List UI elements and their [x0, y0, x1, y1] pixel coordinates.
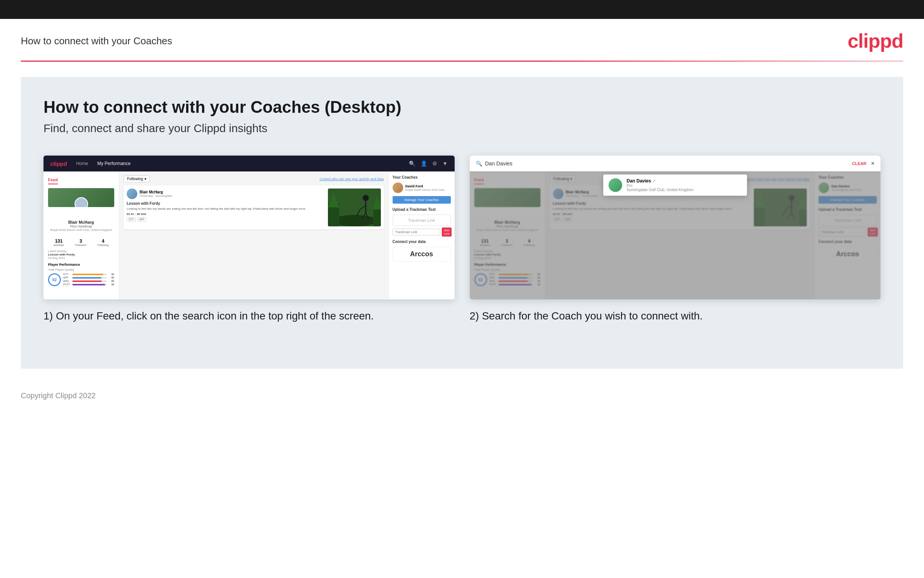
- result-avatar: [608, 178, 622, 192]
- search-bar: 🔍 Dan Davies CLEAR ×: [470, 156, 881, 172]
- total-player-quality-label: Total Player Quality: [48, 268, 114, 271]
- step-1-text: 1) On your Feed, click on the search ico…: [44, 310, 374, 322]
- tag-app: APP: [137, 217, 146, 221]
- connect-title: Connect your data: [393, 240, 451, 244]
- header: How to connect with your Coaches clippd: [0, 19, 924, 60]
- upload-title: Upload a Trackman Test: [393, 208, 451, 212]
- screenshot-right: clippd Home My Performance 🔍 👤 ⚙ ▼: [470, 156, 881, 323]
- manage-coaches-button[interactable]: Manage Your Coaches: [393, 196, 451, 204]
- screenshot-frame-left: clippd Home My Performance 🔍 👤 ⚙ ▼: [44, 156, 455, 299]
- step-2-text: 2) Search for the Coach you wish to conn…: [470, 310, 703, 322]
- bar-ott: OTT 90: [63, 273, 114, 276]
- player-performance: Player Performance Total Player Quality …: [48, 263, 114, 287]
- search-icon-overlay: 🔍: [476, 161, 482, 167]
- lesson-image: [328, 188, 381, 226]
- result-info: Dan Davies ✓ Pro Sunningdale Golf Club, …: [627, 178, 742, 192]
- lesson-sub: Yesterday · Sunningdale: [139, 194, 172, 198]
- latest-activity: Latest Activity Lesson with Fordy 03 Aug…: [48, 250, 114, 260]
- main-title: How to connect with your Coaches (Deskto…: [44, 97, 880, 117]
- profile-name: Blair McHarg: [50, 220, 112, 224]
- nav-logo: clippd: [50, 161, 67, 167]
- search-typed-text: Dan Davies: [485, 161, 513, 167]
- main-subtitle: Find, connect and share your Clippd insi…: [44, 122, 880, 135]
- search-input-field: 🔍 Dan Davies: [476, 161, 848, 167]
- lesson-image-svg: [328, 188, 381, 226]
- footer: Copyright Clippd 2022: [0, 384, 924, 411]
- app-mockup-left: clippd Home My Performance 🔍 👤 ⚙ ▼: [44, 156, 455, 299]
- app-right-panel: Your Coaches David Ford Royal North Devo…: [388, 172, 455, 299]
- coach-avatar: [393, 182, 403, 193]
- lesson-tags: OTT APP: [127, 217, 325, 221]
- stat-following: 4 Following: [97, 239, 109, 247]
- copyright-text: Copyright Clippd 2022: [21, 391, 96, 400]
- chevron-down-icon: ▾: [144, 177, 146, 181]
- tpq-score: 92: [48, 273, 61, 286]
- main-content: How to connect with your Coaches (Deskto…: [21, 77, 903, 369]
- lesson-title: Lesson with Fordy: [127, 201, 325, 206]
- bar-putt: PUTT 96: [63, 283, 114, 286]
- nav-my-performance[interactable]: My Performance: [97, 161, 131, 166]
- search-results-dropdown: Dan Davies ✓ Pro Sunningdale Golf Club, …: [603, 174, 747, 196]
- clippd-logo: clippd: [848, 29, 903, 52]
- screenshot-left: clippd Home My Performance 🔍 👤 ⚙ ▼: [44, 156, 455, 323]
- app-body-left: Feed Blair McHarg Plus Handicap Royal No…: [44, 172, 455, 299]
- app-main-feed: Following ▾ Control who can see your act…: [119, 172, 388, 299]
- bar-app: APP 85: [63, 276, 114, 279]
- lesson-coach-name: Blair McHarg: [139, 190, 172, 194]
- close-search-button[interactable]: ×: [871, 160, 874, 167]
- profile-club: Royal North Devon Golf Club, United King…: [50, 228, 112, 232]
- profile-banner: [48, 188, 114, 207]
- profile-avatar: [74, 197, 88, 207]
- tag-ott: OTT: [127, 217, 136, 221]
- lesson-card: Blair McHarg Yesterday · Sunningdale Les…: [124, 185, 384, 229]
- result-club: Sunningdale Golf Club, United Kingdom: [627, 188, 742, 192]
- following-label: Following: [97, 244, 109, 247]
- add-link-button[interactable]: Add Link: [442, 227, 452, 237]
- result-role: Pro: [627, 183, 742, 188]
- following-count: 4: [97, 239, 109, 244]
- svg-rect-10: [373, 208, 381, 226]
- screenshots-row: clippd Home My Performance 🔍 👤 ⚙ ▼: [44, 156, 880, 323]
- upload-section: Upload a Trackman Test Trackman Link Add…: [393, 208, 451, 237]
- step-1-description: 1) On your Feed, click on the search ico…: [44, 308, 455, 323]
- user-menu-icon[interactable]: ▼: [443, 161, 448, 167]
- app-nav: clippd Home My Performance 🔍 👤 ⚙ ▼: [44, 156, 455, 172]
- page-title: How to connect with your Coaches: [21, 35, 172, 47]
- control-link[interactable]: Control who can see your activity and da…: [320, 177, 384, 181]
- activities-label: Activities: [54, 244, 64, 247]
- nav-home[interactable]: Home: [76, 161, 88, 166]
- following-button[interactable]: Following ▾: [124, 175, 150, 182]
- step-2-description: 2) Search for the Coach you wish to conn…: [470, 308, 881, 323]
- connect-section: Connect your data Arccos: [393, 240, 451, 261]
- svg-point-2: [363, 195, 369, 201]
- coaches-panel-title: Your Coaches: [393, 175, 451, 179]
- header-divider: [21, 60, 903, 62]
- result-name: Dan Davies: [627, 178, 651, 183]
- search-results-container: Dan Davies ✓ Pro Sunningdale Golf Club, …: [470, 172, 881, 199]
- settings-icon[interactable]: ⚙: [432, 161, 437, 167]
- profile-handicap: Plus Handicap: [50, 224, 112, 228]
- lesson-text: Looking to feel like my hands are exitin…: [127, 207, 325, 211]
- player-perf-title: Player Performance: [48, 263, 114, 266]
- clear-button[interactable]: CLEAR: [852, 161, 866, 166]
- feed-label: Feed: [48, 177, 58, 184]
- trackman-placeholder: Trackman Link: [393, 214, 451, 226]
- activities-count: 131: [54, 239, 64, 244]
- lesson-duration: 01 hr : 30 min: [127, 212, 325, 216]
- tpq-row: 92 OTT 90 APP: [48, 273, 114, 287]
- tpq-bars: OTT 90 APP 85: [63, 273, 114, 287]
- followers-label: Followers: [75, 244, 87, 247]
- arccos-logo: Arccos: [393, 247, 451, 261]
- search-result-item[interactable]: Dan Davies ✓ Pro Sunningdale Golf Club, …: [603, 174, 747, 196]
- search-icon[interactable]: 🔍: [409, 161, 415, 167]
- trackman-input[interactable]: [393, 229, 440, 235]
- profile-icon[interactable]: 👤: [421, 161, 427, 167]
- bar-arg: ARG 86: [63, 280, 114, 283]
- screenshot-frame-right: clippd Home My Performance 🔍 👤 ⚙ ▼: [470, 156, 881, 299]
- stat-followers: 3 Followers: [75, 239, 87, 247]
- profile-card: Blair McHarg Plus Handicap Royal North D…: [48, 216, 114, 235]
- following-row: Following ▾ Control who can see your act…: [124, 175, 384, 182]
- coach-item: David Ford Royal North Devon Golf Club: [393, 182, 451, 193]
- nav-icons: 🔍 👤 ⚙ ▼: [409, 161, 448, 167]
- followers-count: 3: [75, 239, 87, 244]
